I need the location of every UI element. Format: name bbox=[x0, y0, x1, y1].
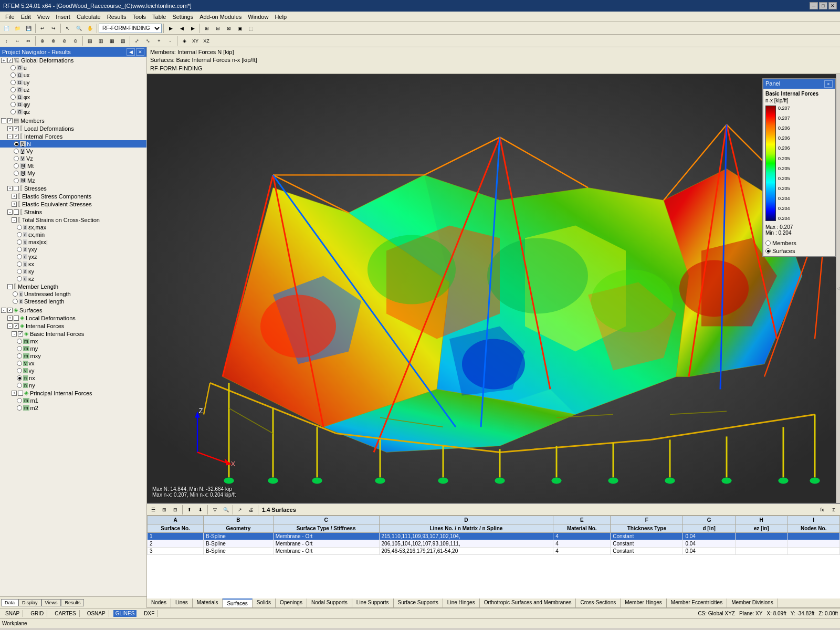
tool-g[interactable]: ⊙ bbox=[70, 36, 81, 46]
render-btn[interactable]: ▶ bbox=[165, 23, 176, 34]
expand-principal[interactable]: + bbox=[12, 391, 17, 396]
tab-ortho-membranes[interactable]: Orthotropic Surfaces and Membranes bbox=[480, 598, 576, 607]
pan-btn[interactable]: ✋ bbox=[85, 23, 95, 34]
radio-m2[interactable] bbox=[17, 405, 22, 411]
tool1[interactable]: ⊞ bbox=[202, 23, 212, 34]
tree-global-def[interactable]: + ✓ 🏗 Global Deformations bbox=[0, 57, 146, 64]
tree-phiy-g[interactable]: Ω φy bbox=[0, 101, 146, 108]
expand-members[interactable]: - bbox=[1, 118, 6, 123]
tool-h[interactable]: ▤ bbox=[85, 36, 95, 46]
zoom-out[interactable]: - bbox=[165, 36, 175, 46]
menu-help[interactable]: Help bbox=[271, 13, 290, 20]
tree-ex-abs[interactable]: ε max|εx| bbox=[0, 238, 146, 246]
tree-m2[interactable]: m m2 bbox=[0, 404, 146, 412]
tree-total-strains[interactable]: - ⟦ Total Strains on Cross-Section bbox=[0, 216, 146, 224]
tab-line-supports[interactable]: Line Supports bbox=[352, 598, 394, 607]
tree-nx[interactable]: n nx bbox=[0, 374, 146, 382]
tree-m1[interactable]: m m1 bbox=[0, 397, 146, 404]
tool-e[interactable]: ⊗ bbox=[48, 36, 59, 46]
tree-ex-min[interactable]: ε εx,min bbox=[0, 231, 146, 238]
tab-member-ecc[interactable]: Member Eccentricities bbox=[667, 598, 727, 607]
expand-internal-forces[interactable]: - bbox=[7, 134, 13, 139]
tree-my-surf[interactable]: m my bbox=[0, 345, 146, 352]
expand-elastic-stress[interactable]: + bbox=[12, 194, 17, 199]
tab-member-hinges[interactable]: Member Hinges bbox=[621, 598, 667, 607]
tbl-btn4[interactable]: ⬆ bbox=[184, 505, 195, 515]
menu-settings[interactable]: Settings bbox=[169, 13, 196, 20]
expand-elastic-equiv[interactable]: + bbox=[12, 202, 17, 207]
tree-My[interactable]: M̲ My bbox=[0, 170, 146, 177]
radio-vy-surf[interactable] bbox=[17, 368, 22, 373]
expand-surfaces[interactable]: - bbox=[1, 308, 6, 313]
radio-mxy[interactable] bbox=[17, 353, 22, 359]
tree-vy-surf[interactable]: v vy bbox=[0, 367, 146, 374]
radio-Mz[interactable] bbox=[14, 178, 19, 183]
tree-stressed[interactable]: ε Stressed length bbox=[0, 298, 146, 305]
tbl-filter[interactable]: ▽ bbox=[209, 505, 220, 515]
zoom-all[interactable]: ⤢ bbox=[132, 36, 142, 46]
tree-Mz[interactable]: M̲ Mz bbox=[0, 177, 146, 184]
radio-mx[interactable] bbox=[17, 339, 22, 344]
tree-vx[interactable]: v vx bbox=[0, 360, 146, 367]
results-btn[interactable]: Results bbox=[61, 599, 84, 606]
table-row[interactable]: 2 B-Spline Membrane - Ort 206,105,104,10… bbox=[148, 540, 840, 548]
view-xy[interactable]: XY bbox=[190, 36, 201, 46]
radio-gxz[interactable] bbox=[17, 254, 22, 259]
radio-phiz-g[interactable] bbox=[10, 109, 16, 114]
osnap-segment[interactable]: OSNAP bbox=[84, 610, 109, 617]
nav-dock-btn[interactable]: ◀ bbox=[127, 48, 135, 56]
radio-u[interactable] bbox=[10, 65, 16, 70]
radio-phiy-g[interactable] bbox=[10, 102, 16, 107]
tree-members[interactable]: - ✓ ▤ Members bbox=[0, 117, 146, 124]
tbl-sigma[interactable]: Σ bbox=[828, 505, 839, 515]
tree-ky[interactable]: ε κy bbox=[0, 268, 146, 275]
radio-surfaces[interactable]: Surfaces bbox=[765, 248, 833, 254]
check-stresses[interactable] bbox=[14, 186, 19, 191]
tree-principal[interactable]: + ◈ Principal Internal Forces bbox=[0, 389, 146, 397]
tool-k[interactable]: ▧ bbox=[118, 36, 128, 46]
check-basic-internal[interactable]: ✓ bbox=[18, 331, 23, 337]
minimize-button[interactable]: ─ bbox=[810, 2, 818, 9]
tool4[interactable]: ▣ bbox=[235, 23, 245, 34]
radio-unstressed[interactable] bbox=[13, 291, 18, 297]
menu-view[interactable]: View bbox=[34, 13, 53, 20]
tab-openings[interactable]: Openings bbox=[276, 598, 307, 607]
tree-Vy[interactable]: V̲ Vy bbox=[0, 148, 146, 155]
tree-uy[interactable]: Ω uy bbox=[0, 79, 146, 86]
check-principal[interactable] bbox=[18, 391, 23, 396]
radio-N[interactable] bbox=[14, 141, 19, 146]
view-3d-btn[interactable]: ◈ bbox=[179, 36, 190, 46]
radio-my-surf[interactable] bbox=[17, 346, 22, 351]
dxf-segment[interactable]: DXF bbox=[141, 610, 158, 617]
check-surfaces[interactable]: ✓ bbox=[7, 308, 13, 313]
tree-kz[interactable]: ε κz bbox=[0, 275, 146, 282]
radio-ex-max[interactable] bbox=[17, 225, 22, 230]
cartes-segment[interactable]: CARTES bbox=[51, 610, 79, 617]
load-case-combo[interactable]: RF-FORM-FINDING bbox=[99, 24, 162, 33]
radio-ny[interactable] bbox=[17, 383, 22, 388]
radio-uy[interactable] bbox=[10, 80, 16, 85]
expand-member-length[interactable]: - bbox=[7, 284, 13, 289]
radio-nx[interactable] bbox=[17, 375, 22, 381]
check-strains[interactable] bbox=[14, 209, 19, 215]
tree-basic-internal[interactable]: - ✓ ◈ Basic Internal Forces bbox=[0, 330, 146, 338]
menu-insert[interactable]: Insert bbox=[52, 13, 74, 20]
redo-btn[interactable]: ↪ bbox=[48, 23, 59, 34]
tool-f[interactable]: ⊘ bbox=[59, 36, 70, 46]
tree-mxy[interactable]: m mxy bbox=[0, 352, 146, 360]
tree-internal-forces[interactable]: - ✓ ⟦ Internal Forces bbox=[0, 132, 146, 140]
tbl-btn1[interactable]: ☰ bbox=[148, 505, 159, 515]
tree-strains[interactable]: - ⟦ Strains bbox=[0, 208, 146, 216]
tree-uz[interactable]: Ω uz bbox=[0, 86, 146, 93]
tab-nodal-supports[interactable]: Nodal Supports bbox=[307, 598, 352, 607]
zoom-win[interactable]: ⤡ bbox=[143, 36, 153, 46]
tool5[interactable]: ⬚ bbox=[246, 23, 256, 34]
tab-member-div[interactable]: Member Divisions bbox=[727, 598, 778, 607]
tree-gxy[interactable]: ε γxy bbox=[0, 246, 146, 253]
check-internal-forces[interactable]: ✓ bbox=[14, 134, 19, 139]
radio-m1[interactable] bbox=[17, 398, 22, 403]
expand-basic-internal[interactable]: - bbox=[12, 331, 17, 337]
panel-close-btn[interactable]: × bbox=[824, 80, 833, 88]
navigator-tree[interactable]: + ✓ 🏗 Global Deformations Ω u Ω ux Ω uy bbox=[0, 57, 146, 596]
tbl-search[interactable]: 🔍 bbox=[220, 505, 231, 515]
